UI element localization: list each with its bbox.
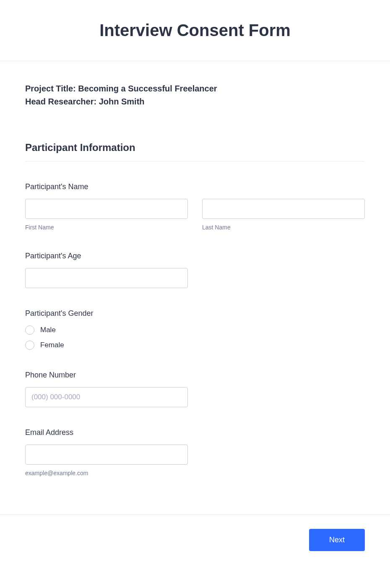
email-label: Email Address [25,428,365,437]
gender-female-radio[interactable]: Female [25,341,365,350]
section-heading: Participant Information [25,142,365,161]
first-name-sublabel: First Name [25,224,188,231]
gender-label: Participant's Gender [25,309,365,318]
age-field-group: Participant's Age [25,252,365,288]
email-input[interactable] [25,445,188,465]
email-sublabel: example@example.com [25,470,188,476]
form-header: Interview Consent Form [0,0,390,61]
radio-icon [25,325,34,335]
email-field-group: Email Address example@example.com [25,428,365,476]
form-footer: Next [0,514,390,570]
first-name-input[interactable] [25,199,188,219]
name-label: Participant's Name [25,182,365,191]
age-input[interactable] [25,268,188,288]
form-body: Project Title: Becoming a Successful Fre… [0,61,390,514]
phone-label: Phone Number [25,371,365,380]
gender-male-label: Male [40,326,56,334]
intro-block: Project Title: Becoming a Successful Fre… [25,82,365,108]
phone-field-group: Phone Number [25,371,365,407]
radio-icon [25,341,34,350]
name-field-group: Participant's Name First Name Last Name [25,182,365,231]
phone-input[interactable] [25,387,188,407]
last-name-input[interactable] [202,199,365,219]
last-name-sublabel: Last Name [202,224,365,231]
gender-female-label: Female [40,341,64,349]
next-button[interactable]: Next [309,529,365,551]
gender-field-group: Participant's Gender Male Female [25,309,365,350]
project-title-line: Project Title: Becoming a Successful Fre… [25,82,365,95]
age-label: Participant's Age [25,252,365,260]
gender-male-radio[interactable]: Male [25,325,365,335]
form-title: Interview Consent Form [17,21,373,40]
head-researcher-line: Head Researcher: John Smith [25,95,365,108]
